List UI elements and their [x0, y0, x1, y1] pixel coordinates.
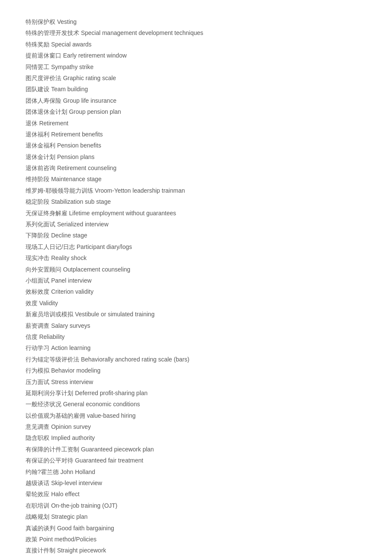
list-item: 约翰?霍兰德 John Holland — [26, 467, 366, 477]
list-item: 图尺度评价法 Graphic rating scale — [26, 73, 366, 83]
chinese-term: 稳定阶段 — [26, 198, 49, 205]
list-item: 团队建设 Team building — [26, 84, 366, 94]
english-term: Pension plans — [55, 153, 95, 160]
english-term: On-the-job training (OJT) — [49, 502, 118, 509]
list-item: 特别保护权 Vesting — [26, 17, 366, 26]
chinese-term: 特殊奖励 — [26, 41, 49, 48]
list-item: 直接计件制 Straight piecework — [26, 546, 366, 555]
list-item: 战略规划 Strategic plan — [26, 512, 366, 521]
list-item: 退休 Retirement — [26, 119, 366, 128]
english-term: Team building — [49, 86, 88, 92]
english-term: Salary surveys — [49, 322, 90, 329]
chinese-term: 有保障的计件工资制 — [26, 446, 79, 453]
list-item: 退休前咨询 Retirement counseling — [26, 163, 366, 173]
chinese-term: 退休金计划 — [26, 153, 55, 160]
list-item: 隐含职权 Implied authority — [26, 433, 366, 442]
chinese-term: 越级谈话 — [26, 480, 49, 486]
chinese-term: 隐含职权 — [26, 434, 49, 441]
list-item: 退休金福利 Pension benefits — [26, 141, 366, 150]
chinese-term: 下降阶段 — [26, 232, 49, 239]
list-item: 延期利润分享计划 Deferred profit-sharing plan — [26, 388, 366, 398]
chinese-term: 行动学习 — [26, 344, 49, 351]
list-item: 团体人寿保险 Group life insurance — [26, 96, 366, 105]
english-term: Deferred profit-sharing plan — [73, 390, 147, 396]
english-term: Reality shock — [49, 254, 86, 261]
chinese-term: 新雇员培训或模拟 — [26, 311, 73, 318]
english-term: Validity — [37, 300, 58, 306]
list-item: 在职培训 On-the-job training (OJT) — [26, 501, 366, 510]
chinese-term: 提前退休窗口 — [26, 52, 61, 59]
english-term: Opinion survey — [49, 423, 91, 430]
english-term: Maintenance stage — [49, 176, 101, 182]
list-item: 效度 Validity — [26, 298, 366, 308]
english-term: Vestibule or simulated training — [73, 311, 155, 318]
english-term: Graphic rating scale — [61, 75, 116, 81]
english-term: Participant diary/logs — [75, 243, 132, 250]
english-term: Strategic plan — [49, 513, 88, 520]
list-item: 小组面试 Panel interview — [26, 276, 366, 285]
terminology-list: 特别保护权 Vesting特殊的管理开发技术 Special managemen… — [26, 17, 366, 555]
chinese-term: 约翰?霍兰德 — [26, 468, 59, 475]
english-term: Implied authority — [49, 434, 95, 441]
chinese-term: 退休 — [26, 120, 37, 127]
english-term: Stress interview — [49, 379, 93, 385]
list-item: 压力面试 Stress interview — [26, 377, 366, 387]
english-term: Retirement counseling — [55, 165, 116, 171]
list-item: 系列化面试 Serialized interview — [26, 220, 366, 229]
list-item: 同情罢工 Sympathy strike — [26, 62, 366, 72]
chinese-term: 薪资调查 — [26, 322, 49, 329]
english-term: Special management development technique… — [79, 29, 203, 36]
english-term: Group life insurance — [61, 97, 116, 104]
chinese-term: 效标效度 — [26, 288, 49, 295]
chinese-term: 无保证终身解雇 — [26, 210, 67, 217]
list-item: 特殊奖励 Special awards — [26, 40, 366, 49]
english-term: Vroom-Yetton leadership trainman — [93, 187, 185, 194]
chinese-term: 一般经济状况 — [26, 401, 61, 408]
list-item: 行动学习 Action learning — [26, 343, 366, 353]
chinese-term: 行为锚定等级评价法 — [26, 356, 79, 363]
list-item: 政策 Point method/Policies — [26, 535, 366, 544]
chinese-term: 以价值观为基础的雇佣 — [26, 412, 85, 419]
chinese-term: 延期利润分享计划 — [26, 390, 73, 396]
english-term: Lifetime employment without guarantees — [67, 210, 176, 217]
chinese-term: 维持阶段 — [26, 176, 49, 182]
chinese-term: 压力面试 — [26, 379, 49, 385]
chinese-term: 维罗姆-耶顿领导能力训练 — [26, 187, 93, 194]
list-item: 行为锚定等级评价法 Behaviorally anchored rating s… — [26, 355, 366, 364]
english-term: Good faith bargaining — [55, 525, 114, 532]
english-term: Behaviorally anchored rating scale (bars… — [79, 356, 189, 363]
english-term: Special awards — [49, 41, 92, 48]
list-item: 下降阶段 Decline stage — [26, 231, 366, 240]
chinese-term: 小组面试 — [26, 277, 49, 284]
chinese-term: 退休前咨询 — [26, 165, 55, 171]
list-item: 退休金计划 Pension plans — [26, 152, 366, 162]
english-term: John Holland — [59, 468, 95, 475]
list-item: 维持阶段 Maintenance stage — [26, 174, 366, 184]
english-term: value-based hiring — [85, 412, 135, 419]
chinese-term: 有保证的公平对待 — [26, 457, 73, 464]
chinese-term: 晕轮效应 — [26, 491, 49, 497]
chinese-term: 系列化面试 — [26, 221, 55, 228]
list-item: 稳定阶段 Stabilization sub stage — [26, 197, 366, 206]
list-item: 团体退休金计划 Group pension plan — [26, 107, 366, 116]
chinese-term: 政策 — [26, 536, 37, 543]
english-term: Serialized interview — [55, 221, 109, 228]
chinese-term: 退休金福利 — [26, 142, 55, 149]
chinese-term: 团体退休金计划 — [26, 108, 67, 115]
english-term: Skip-level interview — [49, 480, 102, 486]
list-item: 提前退休窗口 Early retirement window — [26, 51, 366, 60]
list-item: 现场工人日记/日志 Participant diary/logs — [26, 242, 366, 251]
english-term: Pension benefits — [55, 142, 101, 149]
list-item: 有保障的计件工资制 Guaranteed piecework plan — [26, 445, 366, 454]
english-term: Vesting — [55, 18, 77, 25]
list-item: 维罗姆-耶顿领导能力训练 Vroom-Yetton leadership tra… — [26, 186, 366, 195]
list-item: 真诚的谈判 Good faith bargaining — [26, 523, 366, 533]
english-term: Stabilization sub stage — [49, 198, 111, 205]
english-term: General economic conditions — [61, 401, 140, 408]
chinese-term: 特别保护权 — [26, 18, 55, 25]
list-item: 薪资调查 Salary surveys — [26, 321, 366, 330]
list-item: 晕轮效应 Halo effect — [26, 489, 366, 499]
chinese-term: 特殊的管理开发技术 — [26, 29, 79, 36]
list-item: 退休福利 Retirement benefits — [26, 130, 366, 139]
list-item: 向外安置顾问 Outplacement counseling — [26, 265, 366, 274]
